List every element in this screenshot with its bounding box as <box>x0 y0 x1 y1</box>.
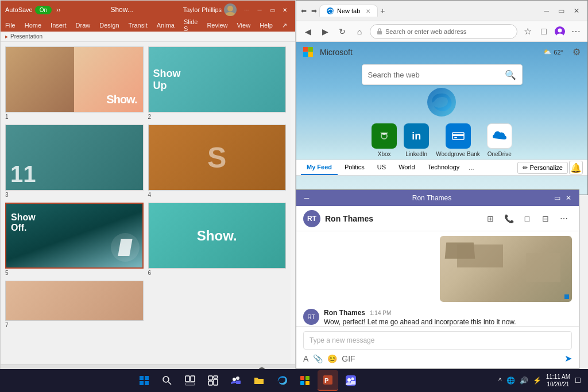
powerpoint-taskbar-btn[interactable]: P <box>318 370 338 391</box>
edge-taskbar-btn[interactable] <box>272 370 292 391</box>
slide-panel[interactable]: Show. 1 Show Up 2 <box>1 42 291 364</box>
menu-transit[interactable]: Transit <box>129 22 148 29</box>
browser-close[interactable]: ✕ <box>570 6 583 16</box>
taskbar-clock[interactable]: 11:11 AM 10/20/21 <box>546 373 570 388</box>
slide-item-2[interactable]: Show Up 2 <box>148 46 287 120</box>
browser-menu-btn[interactable]: ⋯ <box>569 25 583 38</box>
user-name: Taylor Phillips <box>183 6 222 13</box>
attach-btn[interactable]: 📎 <box>313 354 323 363</box>
favorites-btn[interactable]: ☆ <box>521 25 535 38</box>
close-btn[interactable]: ✕ <box>279 5 291 14</box>
expand-ribbon-btn[interactable]: ›› <box>56 6 60 13</box>
video-btn[interactable]: □ <box>519 211 535 227</box>
share-screen-btn[interactable]: ⊟ <box>537 211 554 227</box>
back-btn[interactable]: ◀ <box>301 25 315 38</box>
feed-tab-world[interactable]: World <box>393 160 421 175</box>
linkedin-icon: in <box>404 123 429 149</box>
collections-btn[interactable]: □ <box>537 25 551 38</box>
browser-back[interactable]: ⬅ <box>301 7 307 15</box>
taskview-button[interactable] <box>180 370 200 391</box>
taskbar: P ^ 🌐 🔊 ⚡ 11:11 AM 10/20/21 ☐ <box>0 369 588 392</box>
restore-btn[interactable]: ▭ <box>266 5 278 14</box>
menu-draw[interactable]: Draw <box>76 22 91 29</box>
menu-help[interactable]: Help <box>260 22 273 29</box>
start-button[interactable] <box>134 370 154 391</box>
copy-btn[interactable]: ⊞ <box>482 211 498 227</box>
store-taskbar-btn[interactable] <box>295 370 315 391</box>
slide-item-1[interactable]: Show. 1 <box>5 46 144 120</box>
slide-item-3[interactable]: 11 3 <box>5 125 144 198</box>
widgets-button[interactable] <box>203 370 223 391</box>
format-btn[interactable]: A <box>303 354 308 363</box>
tab-close-btn[interactable]: ✕ <box>366 8 370 14</box>
edge-logo <box>426 87 458 118</box>
menu-slide-s[interactable]: Slide S <box>184 18 198 32</box>
slide-item-5[interactable]: ShowOff. 5 <box>5 203 144 276</box>
feed-tab-technology[interactable]: Technology <box>422 160 466 175</box>
search-box[interactable]: Search the web 🔍 <box>362 64 523 85</box>
notifications-btn[interactable]: 🔔 <box>569 161 583 174</box>
user-profile-btn[interactable] <box>553 25 567 38</box>
svg-rect-32 <box>305 376 310 380</box>
browser-minimize[interactable]: ─ <box>540 6 552 16</box>
slide-item-7[interactable]: 7 <box>5 281 144 328</box>
forward-btn[interactable]: ▶ <box>318 25 332 38</box>
feed-tab-us[interactable]: US <box>372 160 392 175</box>
slide-num-3: 3 <box>5 192 144 198</box>
quick-link-woodgrove[interactable]: Woodgrove Bank <box>436 123 480 157</box>
clock-date: 10/20/21 <box>546 381 570 388</box>
menu-insert[interactable]: Insert <box>51 22 67 29</box>
window-options-btn[interactable]: ⋯ <box>241 5 253 14</box>
teams-close-btn[interactable]: ✕ <box>563 192 574 204</box>
menu-anima[interactable]: Anima <box>157 22 175 29</box>
quick-link-onedrive[interactable]: OneDrive <box>487 123 512 157</box>
tray-arrow[interactable]: ^ <box>498 377 502 385</box>
search-button[interactable] <box>157 370 177 391</box>
teams-app-taskbar-btn[interactable] <box>341 370 361 391</box>
call-btn[interactable]: 📞 <box>501 211 517 227</box>
quick-link-xbox[interactable]: Xbox <box>372 123 397 157</box>
volume-icon[interactable]: 🔊 <box>520 377 528 385</box>
minimize-btn[interactable]: ─ <box>254 5 265 14</box>
ms-logo-blue <box>303 52 308 57</box>
emoji-btn[interactable]: 😊 <box>327 354 337 363</box>
user-area: Taylor Phillips <box>183 3 237 16</box>
autosave-toggle[interactable]: On <box>35 6 52 14</box>
share-btn[interactable]: ↗ <box>282 22 287 29</box>
menu-home[interactable]: Home <box>25 22 41 29</box>
more-options-btn[interactable]: ⋯ <box>556 211 572 227</box>
personalize-btn[interactable]: ✏ Personalize <box>517 162 568 174</box>
feed-tab-politics[interactable]: Politics <box>339 160 370 175</box>
slide-item-4[interactable]: S 4 <box>148 125 287 198</box>
browser-forward[interactable]: ➡ <box>311 7 317 15</box>
explorer-taskbar-btn[interactable] <box>249 370 269 391</box>
menu-design[interactable]: Design <box>99 22 119 29</box>
browser-tab-newtab[interactable]: New tab ✕ <box>319 5 378 17</box>
menu-view[interactable]: View <box>237 22 250 29</box>
quick-link-linkedin[interactable]: in LinkedIn <box>404 123 429 157</box>
menu-file[interactable]: File <box>5 22 16 29</box>
home-btn[interactable]: ⌂ <box>353 25 366 38</box>
slide-item-6[interactable]: Show. 6 <box>148 203 287 276</box>
notification-btn[interactable]: ☐ <box>575 377 581 385</box>
menu-bar: File Home Insert Draw Design Transit Ani… <box>1 19 295 32</box>
teams-minimize-btn[interactable]: ─ <box>301 192 312 204</box>
browser-restore[interactable]: ▭ <box>555 6 568 16</box>
address-bar[interactable]: Search or enter web address <box>370 24 517 39</box>
teams-restore-btn[interactable]: ▭ <box>551 192 563 204</box>
new-tab-btn[interactable]: + <box>380 6 385 15</box>
teams-taskbar-btn[interactable] <box>226 370 246 391</box>
feed-more-btn[interactable]: ... <box>466 161 476 174</box>
network-icon[interactable]: 🌐 <box>506 377 515 385</box>
message-time-1: 1:14 PM <box>370 310 391 316</box>
gif-btn[interactable]: GIF <box>342 354 355 363</box>
newtab-settings-btn[interactable]: ⚙ <box>572 46 581 57</box>
svg-point-0 <box>227 6 233 11</box>
feed-tab-myfeed[interactable]: My Feed <box>301 160 338 175</box>
send-btn[interactable]: ➤ <box>564 353 572 364</box>
battery-icon[interactable]: ⚡ <box>533 377 541 385</box>
refresh-btn[interactable]: ↻ <box>335 25 349 38</box>
menu-review[interactable]: Review <box>207 22 227 29</box>
user-avatar[interactable] <box>224 3 237 16</box>
message-input[interactable]: Type a new message <box>303 331 572 350</box>
